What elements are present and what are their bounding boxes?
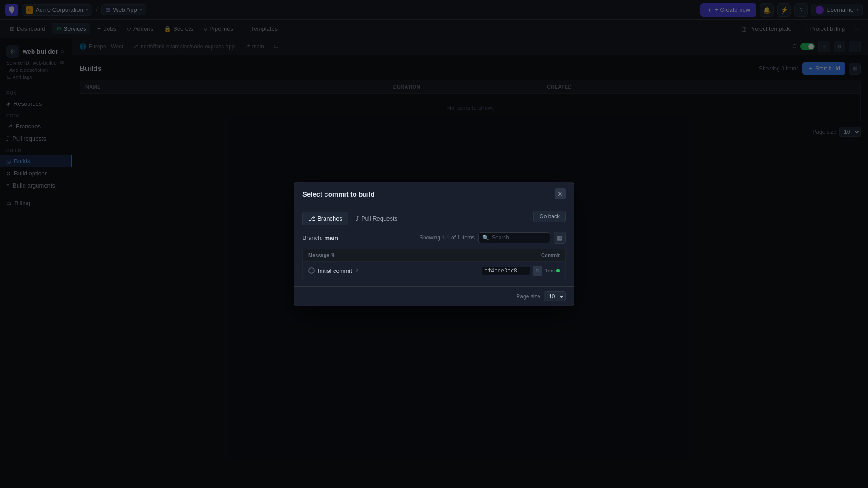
modal-calendar-icon-button[interactable]: ▦: [554, 232, 566, 244]
commit-radio[interactable]: [308, 267, 315, 274]
commits-table: Message ⇅ Commit Initial commit ↗: [302, 249, 566, 280]
commit-time-value: 1mo: [545, 268, 555, 273]
modal-search: 🔍: [478, 232, 550, 243]
commit-row[interactable]: Initial commit ↗ ff4cee3fc8... ⧉ 1mo: [303, 262, 565, 280]
modal-tabs: ⎇ Branches ⤴ Pull Requests Go back: [294, 206, 574, 225]
commit-time: 1mo: [545, 268, 560, 273]
message-sort-icon: ⇅: [331, 253, 335, 258]
commit-hash-value: ff4cee3fc8...: [482, 267, 530, 275]
tab-branch-icon: ⎇: [308, 215, 315, 222]
commit-external-link-icon[interactable]: ↗: [354, 268, 359, 274]
modal-search-input[interactable]: [492, 235, 546, 241]
tab-branches-label: Branches: [317, 215, 342, 222]
col-message: Message ⇅: [308, 253, 541, 258]
modal-header: Select commit to build ✕: [294, 182, 574, 206]
commit-message-cell: Initial commit ↗: [308, 267, 482, 274]
col-commit: Commit: [541, 253, 560, 258]
copy-icon: ⧉: [536, 268, 539, 274]
modal-page-size-select[interactable]: 10 25 50: [544, 291, 566, 301]
modal-tab-right: Go back: [533, 211, 566, 225]
commit-message-value: Initial commit: [318, 267, 352, 274]
modal-tab-pull-requests[interactable]: ⤴ Pull Requests: [350, 212, 403, 225]
modal-overlay[interactable]: Select commit to build ✕ ⎇ Branches ⤴ Pu…: [0, 0, 868, 488]
branch-label-text: Branch:: [302, 235, 324, 241]
modal-page-size-label: Page size: [516, 293, 540, 300]
commit-hash-cell: ff4cee3fc8... ⧉ 1mo: [482, 266, 560, 276]
commit-select-modal: Select commit to build ✕ ⎇ Branches ⤴ Pu…: [294, 182, 574, 306]
search-icon: 🔍: [482, 235, 489, 241]
commit-message-text: Initial commit ↗: [318, 267, 359, 274]
branch-label: Branch: main: [302, 235, 338, 241]
modal-title: Select commit to build: [302, 190, 375, 198]
modal-calendar-icon: ▦: [557, 235, 562, 241]
commit-status-dot: [556, 269, 560, 272]
modal-showing-text: Showing 1-1 of 1 items: [420, 235, 475, 241]
go-back-button[interactable]: Go back: [533, 211, 566, 222]
modal-footer: Page size 10 25 50: [294, 286, 574, 306]
tab-pr-label: Pull Requests: [361, 215, 397, 222]
modal-body: Branch: main Showing 1-1 of 1 items 🔍 ▦: [294, 225, 574, 286]
branch-name-value: main: [324, 235, 338, 241]
commit-copy-button[interactable]: ⧉: [533, 266, 542, 276]
modal-close-button[interactable]: ✕: [555, 188, 566, 199]
modal-tab-branches[interactable]: ⎇ Branches: [302, 212, 348, 225]
modal-branch-info: Branch: main Showing 1-1 of 1 items 🔍 ▦: [302, 232, 566, 244]
modal-showing: Showing 1-1 of 1 items 🔍 ▦: [420, 232, 566, 244]
tab-pr-icon: ⤴: [356, 215, 359, 222]
commits-table-header: Message ⇅ Commit: [303, 249, 565, 262]
